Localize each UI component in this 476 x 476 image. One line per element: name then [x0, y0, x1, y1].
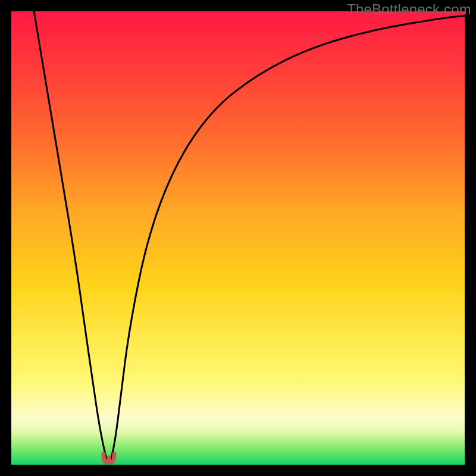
curve-svg — [11, 11, 465, 465]
chart-plot-area — [11, 11, 465, 465]
bottleneck-curve — [34, 11, 465, 462]
optimal-marker — [101, 452, 117, 465]
marker-icon — [104, 454, 114, 462]
watermark-text: TheBottleneck.com — [347, 1, 471, 18]
chart-frame: TheBottleneck.com — [0, 0, 476, 476]
